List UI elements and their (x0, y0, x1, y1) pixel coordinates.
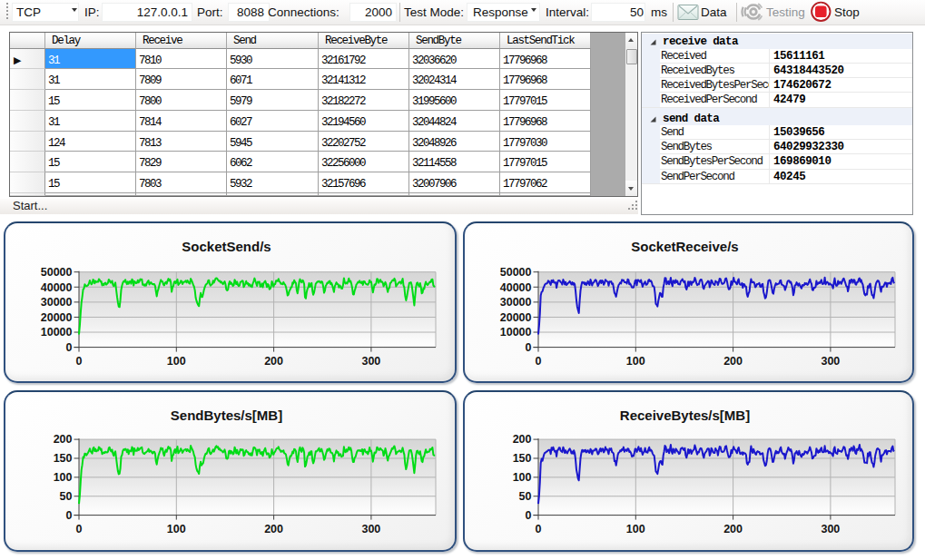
svg-text:0: 0 (536, 523, 542, 535)
svg-text:0: 0 (536, 355, 542, 368)
svg-text:0: 0 (526, 341, 532, 354)
svg-text:300: 300 (821, 523, 840, 535)
svg-text:100: 100 (54, 471, 73, 484)
svg-text:200: 200 (264, 523, 283, 535)
svg-text:10000: 10000 (41, 326, 73, 339)
svg-text:100: 100 (167, 355, 186, 368)
svg-text:0: 0 (66, 341, 73, 354)
svg-text:30000: 30000 (41, 296, 73, 309)
svg-text:10000: 10000 (500, 326, 532, 339)
svg-text:30000: 30000 (500, 296, 532, 309)
svg-text:200: 200 (54, 433, 73, 446)
svg-text:0: 0 (76, 523, 83, 535)
svg-text:20000: 20000 (41, 311, 73, 324)
svg-text:200: 200 (264, 355, 283, 368)
svg-text:200: 200 (723, 355, 743, 368)
svg-text:20000: 20000 (500, 311, 532, 324)
svg-text:150: 150 (54, 452, 73, 465)
svg-text:300: 300 (821, 355, 840, 368)
svg-text:100: 100 (513, 471, 532, 484)
svg-text:100: 100 (626, 523, 645, 535)
svg-text:50000: 50000 (500, 266, 532, 279)
svg-text:0: 0 (76, 355, 83, 368)
svg-text:0: 0 (526, 509, 532, 522)
svg-text:50: 50 (519, 490, 532, 503)
svg-text:40000: 40000 (41, 281, 73, 294)
svg-text:50000: 50000 (41, 266, 73, 279)
svg-text:50: 50 (60, 490, 73, 503)
svg-text:100: 100 (167, 523, 186, 535)
svg-text:40000: 40000 (500, 281, 532, 294)
svg-text:200: 200 (513, 433, 532, 446)
svg-text:100: 100 (626, 355, 645, 368)
svg-text:200: 200 (723, 523, 743, 535)
svg-text:300: 300 (361, 355, 380, 368)
svg-text:0: 0 (66, 509, 73, 522)
svg-text:150: 150 (513, 452, 532, 465)
svg-text:300: 300 (361, 523, 380, 535)
